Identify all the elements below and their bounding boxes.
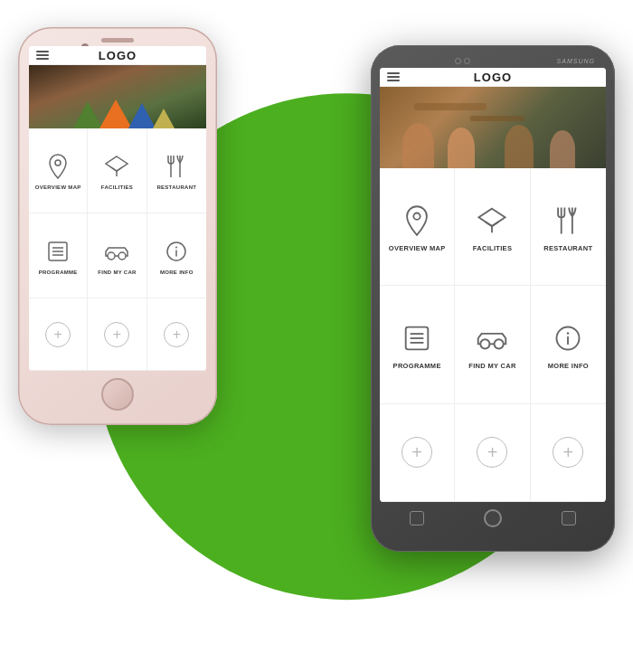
iphone-grid-cell-add2[interactable]: +: [88, 298, 146, 371]
samsung-logo: LOGO: [474, 71, 512, 84]
samsung-facilities-icon: [473, 202, 511, 240]
map-pin-icon: [43, 152, 72, 181]
iphone-grid-cell-add3[interactable]: +: [147, 298, 206, 371]
car-icon: [102, 237, 131, 266]
iphone-grid-cell-restaurant[interactable]: RESTAURANT: [147, 128, 206, 213]
tent-green: [73, 101, 102, 128]
samsung-speaker: [477, 59, 532, 63]
samsung-cam-dot-2: [464, 58, 470, 64]
samsung-findmycar-label: FIND MY CAR: [468, 362, 515, 370]
samsung-grid-cell-add1[interactable]: +: [380, 404, 455, 502]
iphone-device: LOGO: [18, 27, 217, 425]
samsung-overview-map-label: OVERVIEW MAP: [389, 244, 446, 252]
samsung-grid-cell-restaurant[interactable]: RESTAURANT: [531, 168, 606, 286]
tent-small: [153, 109, 175, 128]
iphone-grid-cell-add1[interactable]: +: [29, 298, 88, 371]
facilities-icon: [102, 152, 131, 181]
samsung-bottom-bar: [380, 509, 606, 527]
samsung-hamburger-icon[interactable]: [387, 72, 400, 81]
samsung-screen: LOGO: [380, 68, 606, 502]
svg-point-12: [175, 246, 177, 248]
samsung-grid-cell-moreinfo[interactable]: MORE INFO: [531, 286, 606, 403]
samsung-banner-image: [380, 87, 606, 168]
svg-point-25: [567, 332, 570, 335]
samsung-cam-dot-1: [455, 58, 461, 64]
iphone-grid-cell-facilities[interactable]: FACILITIES: [88, 128, 146, 213]
svg-point-7: [108, 252, 115, 260]
samsung-moreinfo-label: MORE INFO: [548, 362, 589, 370]
iphone-speaker: [101, 38, 134, 43]
list-icon: [43, 237, 72, 266]
phones-container: LOGO: [0, 0, 633, 672]
samsung-home-btn[interactable]: [484, 509, 502, 527]
samsung-add-circle-1[interactable]: +: [402, 437, 432, 468]
samsung-back-btn[interactable]: [410, 511, 424, 525]
iphone-grid-cell-moreinfo[interactable]: MORE INFO: [147, 213, 206, 298]
iphone-app-grid: OVERVIEW MAP FACILITIES: [29, 128, 206, 371]
iphone-hamburger-icon[interactable]: [36, 51, 49, 60]
samsung-grid-cell-add3[interactable]: +: [531, 404, 606, 502]
iphone-logo: LOGO: [99, 49, 137, 62]
samsung-recents-btn[interactable]: [562, 511, 576, 525]
utensils-icon: [162, 152, 191, 181]
svg-point-21: [495, 339, 504, 348]
samsung-add-circle-2[interactable]: +: [477, 437, 507, 468]
samsung-programme-label: PROGRAMME: [393, 362, 441, 370]
samsung-device: SAMSUNG LOGO: [371, 45, 615, 552]
info-icon: [162, 237, 191, 266]
svg-point-8: [118, 252, 126, 260]
samsung-hamburger-line-2: [387, 76, 400, 78]
hamburger-line-3: [36, 58, 49, 60]
samsung-banner: [380, 87, 606, 168]
samsung-hamburger-line-1: [387, 72, 400, 74]
samsung-top-bar: SAMSUNG: [380, 58, 606, 64]
findmycar-label: FIND MY CAR: [98, 270, 137, 275]
samsung-grid-cell-facilities[interactable]: FACILITIES: [455, 168, 530, 286]
samsung-map-pin-icon: [398, 202, 436, 240]
facilities-label: FACILITIES: [101, 185, 133, 190]
samsung-grid-cell-findmycar[interactable]: FIND MY CAR: [455, 286, 530, 403]
iphone-home-button[interactable]: [101, 378, 134, 411]
samsung-app-header: LOGO: [380, 68, 606, 87]
samsung-utensils-icon: [549, 202, 587, 240]
samsung-car-icon: [473, 319, 511, 357]
samsung-restaurant-label: RESTAURANT: [543, 244, 592, 252]
iphone-banner-image: [29, 65, 206, 128]
samsung-grid-cell-overview-map[interactable]: OVERVIEW MAP: [380, 168, 455, 286]
programme-label: PROGRAMME: [39, 270, 78, 275]
iphone-grid-cell-programme[interactable]: PROGRAMME: [29, 213, 88, 298]
restaurant-label: RESTAURANT: [156, 185, 196, 190]
add-circle-3[interactable]: +: [164, 322, 189, 347]
iphone-grid-cell-findmycar[interactable]: FIND MY CAR: [88, 213, 146, 298]
samsung-grid-cell-add2[interactable]: +: [455, 404, 530, 502]
hamburger-line-2: [36, 54, 49, 56]
iphone-app-header: LOGO: [29, 46, 206, 65]
add-circle-1[interactable]: +: [45, 322, 71, 347]
samsung-camera-dots: [455, 58, 470, 64]
iphone-grid-cell-overview-map[interactable]: OVERVIEW MAP: [29, 128, 88, 213]
samsung-add-circle-3[interactable]: +: [553, 437, 583, 468]
tent-blue: [128, 103, 156, 128]
samsung-hamburger-line-3: [387, 80, 400, 81]
samsung-grid-cell-programme[interactable]: PROGRAMME: [380, 286, 455, 403]
samsung-brand-label: SAMSUNG: [557, 58, 595, 64]
moreinfo-label: MORE INFO: [160, 270, 194, 275]
svg-point-20: [481, 339, 490, 348]
overview-map-label: OVERVIEW MAP: [35, 185, 81, 190]
iphone-screen: LOGO: [29, 46, 206, 371]
hamburger-line-1: [36, 51, 49, 52]
samsung-facilities-label: FACILITIES: [473, 244, 512, 252]
samsung-app-grid: OVERVIEW MAP FACILITIES: [380, 168, 606, 502]
samsung-info-icon: [549, 319, 587, 357]
iphone-banner: [29, 65, 206, 128]
samsung-list-icon: [398, 319, 436, 357]
add-circle-2[interactable]: +: [104, 322, 129, 347]
